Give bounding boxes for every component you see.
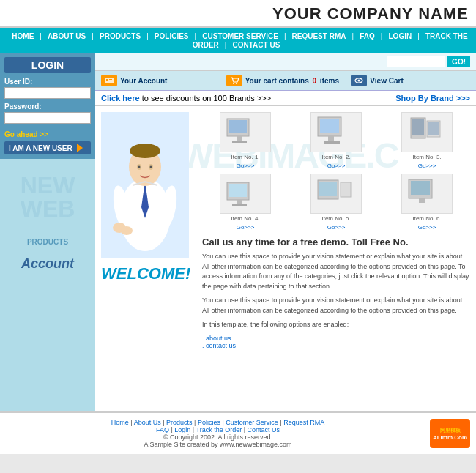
free-demo-text: Call us any time for a free demo. Toll F… — [202, 236, 470, 247]
footer-credit: A Sample Site created by www.newwebimage… — [6, 441, 430, 448]
footer-contact[interactable]: Contact Us — [248, 426, 280, 433]
svg-rect-1 — [106, 79, 108, 81]
product-label-6: Item No. 6. — [384, 215, 470, 222]
products-label: PrOducTS — [0, 235, 95, 249]
product-img-2 — [310, 112, 362, 152]
shop-by-brand-link[interactable]: Shop By Brand >>> — [395, 94, 470, 103]
svg-point-6 — [358, 80, 360, 82]
product-item-5: Item No. 5. Go>>> — [293, 174, 379, 231]
footer-inner: Home | About Us | Products | Policies | … — [6, 419, 470, 448]
footer-logo: 阿里模板 ALimm.Com — [430, 419, 470, 448]
search-input[interactable] — [387, 56, 445, 67]
product-link-6[interactable]: Go>>> — [418, 224, 436, 231]
footer-products[interactable]: Products — [166, 419, 193, 426]
products-grid: Item No. 1. Go>>> Item No. 2. — [202, 112, 470, 231]
product-link-1[interactable]: Go>>> — [237, 163, 255, 169]
product-label-3: Item No. 3. — [384, 154, 470, 160]
user-id-label: User ID: — [4, 78, 91, 86]
password-input[interactable] — [4, 112, 91, 124]
product-img-4 — [220, 174, 271, 214]
svg-rect-22 — [237, 136, 242, 141]
product-img-3 — [401, 112, 453, 152]
product-item-6: Item No. 6. Go>>> — [384, 174, 470, 231]
svg-rect-34 — [237, 200, 242, 204]
body-text-2: You can use this space to provide your v… — [202, 296, 470, 316]
svg-rect-33 — [229, 184, 247, 197]
contact-us-link[interactable]: . contact us — [202, 342, 470, 349]
login-title: LOGIN — [4, 57, 91, 73]
product-item-4: Item No. 4. Go>>> — [202, 174, 289, 231]
view-cart-icon — [351, 75, 367, 86]
product-link-4[interactable]: Go>>> — [237, 224, 255, 231]
main-wrapper: LOGIN User ID: Password: Go ahead >> I A… — [0, 53, 476, 411]
about-us-link[interactable]: . about us — [202, 335, 470, 342]
product-img-6 — [401, 174, 453, 214]
new-user-arrow-icon — [77, 144, 83, 152]
content-topbar: GO! — [95, 53, 476, 71]
company-name: YOUR COMPANY NAME — [272, 4, 469, 23]
user-id-input[interactable] — [4, 87, 91, 99]
product-label-1: Item No. 1. — [202, 154, 289, 160]
svg-point-14 — [138, 166, 141, 168]
new-user-button[interactable]: I AM A NEW USER — [4, 141, 91, 154]
nav-products[interactable]: PRODUCTS — [96, 32, 144, 40]
template-note: In this template, the following options … — [202, 320, 470, 330]
svg-rect-27 — [324, 141, 340, 144]
search-go-button[interactable]: GO! — [447, 56, 470, 67]
product-link-3[interactable]: Go>>> — [418, 163, 436, 169]
nav-login[interactable]: LOGIN — [385, 32, 416, 40]
footer-faq[interactable]: FAQ — [156, 426, 169, 433]
nav-request-rma[interactable]: REQUEST RMA — [289, 32, 350, 40]
svg-rect-40 — [411, 181, 430, 195]
svg-point-11 — [130, 144, 160, 158]
product-img-5 — [310, 174, 362, 214]
login-box: LOGIN User ID: Password: Go ahead >> I A… — [0, 53, 95, 159]
footer-home[interactable]: Home — [111, 419, 129, 426]
product-link-5[interactable]: Go>>> — [327, 224, 346, 231]
view-cart-item: View Cart — [351, 75, 470, 86]
svg-rect-2 — [109, 79, 112, 80]
footer-login[interactable]: Login — [174, 426, 190, 433]
promo-right: Shop By Brand >>> — [395, 94, 470, 103]
footer-rma[interactable]: Request RMA — [283, 419, 324, 426]
footer-text: Home | About Us | Products | Policies | … — [6, 419, 430, 448]
product-item-3: Item No. 3. Go>>> — [384, 112, 470, 169]
sidebar-watermark: NEWWEB — [0, 159, 95, 235]
svg-rect-37 — [319, 182, 337, 196]
product-label-2: Item No. 2. — [293, 154, 379, 160]
product-item-1: Item No. 1. Go>>> — [202, 112, 289, 169]
nav-contact[interactable]: CONTACT US — [229, 41, 284, 49]
navbar: HOME | ABOUT US | PRODUCTS | POLICIES | … — [0, 28, 476, 53]
footer-about[interactable]: About Us — [134, 419, 161, 426]
svg-point-19 — [121, 226, 133, 235]
cart-item: Your cart contains 0 items — [226, 75, 346, 86]
svg-rect-23 — [232, 141, 247, 143]
promo-left: Click here to see discounts on 100 Brand… — [101, 94, 388, 103]
nav-customer-service[interactable]: CUSTOMER SERVICE — [198, 32, 282, 40]
product-label-5: Item No. 5. — [293, 215, 379, 222]
go-ahead-link[interactable]: Go ahead >> — [4, 130, 91, 138]
svg-rect-25 — [320, 119, 339, 133]
your-account-item: Your Account — [101, 75, 220, 86]
account-icon — [101, 75, 117, 86]
svg-rect-41 — [419, 198, 425, 203]
nav-about[interactable]: ABOUT US — [44, 32, 89, 40]
link-list: . about us . contact us — [202, 335, 470, 349]
nav-faq[interactable]: FAQ — [356, 32, 379, 40]
body-text-1: You can use this space to provide your v… — [202, 252, 470, 291]
nav-policies[interactable]: POLICIES — [151, 32, 193, 40]
footer-cs[interactable]: Customer Service — [226, 419, 278, 426]
footer-links-2: FAQ | Login | Track the Order | Contact … — [6, 426, 430, 433]
svg-rect-29 — [412, 119, 424, 135]
promo-click-here[interactable]: Click here — [101, 94, 140, 103]
search-box: GO! — [286, 56, 470, 67]
footer-policies[interactable]: Policies — [198, 419, 220, 426]
welcome-title: WELCOME! — [101, 264, 196, 283]
account-sidebar-label: Account — [0, 249, 95, 279]
svg-point-3 — [233, 83, 234, 84]
product-link-2[interactable]: Go>>> — [327, 163, 346, 169]
footer-track[interactable]: Track the Order — [196, 426, 242, 433]
svg-rect-0 — [105, 78, 114, 83]
footer-copyright: © Copyright 2002. All rights reserved. — [6, 433, 430, 441]
nav-home[interactable]: HOME — [8, 32, 37, 40]
